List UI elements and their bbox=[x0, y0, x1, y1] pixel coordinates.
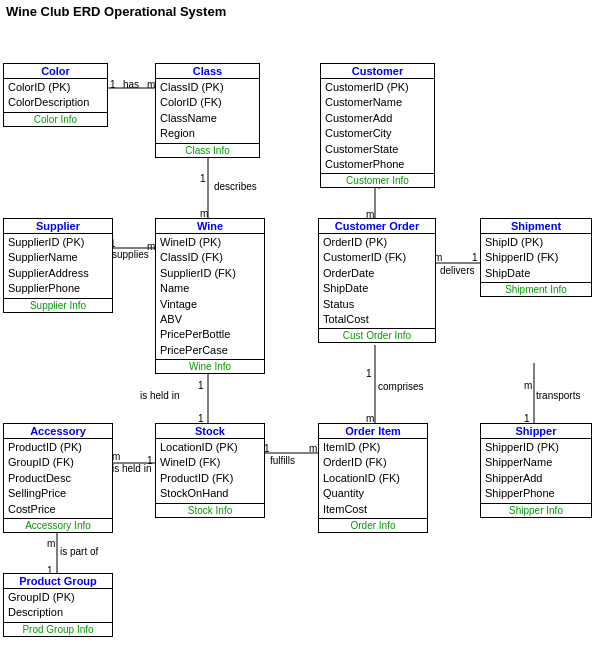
wine-header: Wine bbox=[156, 219, 264, 234]
shipment-body: ShipID (PK) ShipperID (FK) ShipDate bbox=[481, 234, 591, 282]
wine-body: WineID (PK) ClassID (FK) SupplierID (FK)… bbox=[156, 234, 264, 359]
rel-held1-label: is held in bbox=[140, 390, 179, 401]
shipper-field-2: ShipperName bbox=[485, 455, 587, 470]
stock-footer: Stock Info bbox=[156, 503, 264, 517]
product-group-footer: Prod Group Info bbox=[4, 622, 112, 636]
pg-field-1: GroupID (PK) bbox=[8, 590, 108, 605]
class-header: Class bbox=[156, 64, 259, 79]
rel-held2-label: is held in bbox=[112, 463, 151, 474]
customer-order-header: Customer Order bbox=[319, 219, 435, 234]
oi-field-4: Quantity bbox=[323, 486, 423, 501]
wine-field-8: PricePerCase bbox=[160, 343, 260, 358]
customer-field-3: CustomerAdd bbox=[325, 111, 430, 126]
rel-comprises-1: 1 bbox=[366, 368, 372, 379]
customer-field-1: CustomerID (PK) bbox=[325, 80, 430, 95]
stock-header: Stock bbox=[156, 424, 264, 439]
customer-order-entity: Customer Order OrderID (PK) CustomerID (… bbox=[318, 218, 436, 343]
customer-entity: Customer CustomerID (PK) CustomerName Cu… bbox=[320, 63, 435, 188]
supplier-field-1: SupplierID (PK) bbox=[8, 235, 108, 250]
shipper-entity: Shipper ShipperID (PK) ShipperName Shipp… bbox=[480, 423, 592, 518]
rel-describes-1: 1 bbox=[200, 173, 206, 184]
accessory-entity: Accessory ProductID (PK) GroupID (FK) Pr… bbox=[3, 423, 113, 533]
shipper-body: ShipperID (PK) ShipperName ShipperAdd Sh… bbox=[481, 439, 591, 503]
product-group-body: GroupID (PK) Description bbox=[4, 589, 112, 622]
rel-transports-m: m bbox=[524, 380, 532, 391]
color-field-2: ColorDescription bbox=[8, 95, 103, 110]
color-footer: Color Info bbox=[4, 112, 107, 126]
acc-field-4: SellingPrice bbox=[8, 486, 108, 501]
co-field-1: OrderID (PK) bbox=[323, 235, 431, 250]
accessory-footer: Accessory Info bbox=[4, 518, 112, 532]
supplier-field-4: SupplierPhone bbox=[8, 281, 108, 296]
rel-describes-label: describes bbox=[214, 181, 257, 192]
customer-field-5: CustomerState bbox=[325, 142, 430, 157]
co-field-2: CustomerID (FK) bbox=[323, 250, 431, 265]
rel-delivers-1: 1 bbox=[472, 252, 478, 263]
rel-fulfills-label: fulfills bbox=[270, 455, 295, 466]
oi-field-2: OrderID (FK) bbox=[323, 455, 423, 470]
stock-field-1: LocationID (PK) bbox=[160, 440, 260, 455]
rel-fulfills-m: m bbox=[309, 443, 317, 454]
acc-field-5: CostPrice bbox=[8, 502, 108, 517]
product-group-entity: Product Group GroupID (PK) Description P… bbox=[3, 573, 113, 637]
shipper-header: Shipper bbox=[481, 424, 591, 439]
rel-comprises-label: comprises bbox=[378, 381, 424, 392]
color-entity: Color ColorID (PK) ColorDescription Colo… bbox=[3, 63, 108, 127]
acc-field-2: GroupID (FK) bbox=[8, 455, 108, 470]
order-item-body: ItemID (PK) OrderID (FK) LocationID (FK)… bbox=[319, 439, 427, 518]
shipper-field-3: ShipperAdd bbox=[485, 471, 587, 486]
pg-field-2: Description bbox=[8, 605, 108, 620]
class-field-2: ColorID (FK) bbox=[160, 95, 255, 110]
rel-has-label: has bbox=[123, 79, 139, 90]
rel-held1-1: 1 bbox=[198, 380, 204, 391]
customer-field-2: CustomerName bbox=[325, 95, 430, 110]
shipment-field-2: ShipperID (FK) bbox=[485, 250, 587, 265]
co-field-5: Status bbox=[323, 297, 431, 312]
class-entity: Class ClassID (PK) ColorID (FK) ClassNam… bbox=[155, 63, 260, 158]
rel-partof-m: m bbox=[47, 538, 55, 549]
order-item-entity: Order Item ItemID (PK) OrderID (FK) Loca… bbox=[318, 423, 428, 533]
class-footer: Class Info bbox=[156, 143, 259, 157]
shipper-field-4: ShipperPhone bbox=[485, 486, 587, 501]
order-item-header: Order Item bbox=[319, 424, 427, 439]
supplier-field-2: SupplierName bbox=[8, 250, 108, 265]
stock-field-2: WineID (FK) bbox=[160, 455, 260, 470]
customer-body: CustomerID (PK) CustomerName CustomerAdd… bbox=[321, 79, 434, 173]
customer-order-footer: Cust Order Info bbox=[319, 328, 435, 342]
wine-field-7: PricePerBottle bbox=[160, 327, 260, 342]
accessory-header: Accessory bbox=[4, 424, 112, 439]
wine-footer: Wine Info bbox=[156, 359, 264, 373]
shipper-field-1: ShipperID (PK) bbox=[485, 440, 587, 455]
class-field-3: ClassName bbox=[160, 111, 255, 126]
diagram-area: 1 has m 1 describes m 1 supplies m 1 pla… bbox=[0, 23, 598, 663]
rel-partof-label: is part of bbox=[60, 546, 98, 557]
class-field-4: Region bbox=[160, 126, 255, 141]
shipment-field-1: ShipID (PK) bbox=[485, 235, 587, 250]
acc-field-3: ProductDesc bbox=[8, 471, 108, 486]
shipment-entity: Shipment ShipID (PK) ShipperID (FK) Ship… bbox=[480, 218, 592, 297]
rel-supplies-label: supplies bbox=[112, 249, 149, 260]
acc-field-1: ProductID (PK) bbox=[8, 440, 108, 455]
customer-footer: Customer Info bbox=[321, 173, 434, 187]
color-body: ColorID (PK) ColorDescription bbox=[4, 79, 107, 112]
customer-order-body: OrderID (PK) CustomerID (FK) OrderDate S… bbox=[319, 234, 435, 328]
oi-field-3: LocationID (FK) bbox=[323, 471, 423, 486]
supplier-field-3: SupplierAddress bbox=[8, 266, 108, 281]
customer-field-6: CustomerPhone bbox=[325, 157, 430, 172]
rel-held2-1: 1 bbox=[147, 455, 153, 466]
class-body: ClassID (PK) ColorID (FK) ClassName Regi… bbox=[156, 79, 259, 143]
color-header: Color bbox=[4, 64, 107, 79]
page-title: Wine Club ERD Operational System bbox=[0, 0, 598, 23]
accessory-body: ProductID (PK) GroupID (FK) ProductDesc … bbox=[4, 439, 112, 518]
wine-field-6: ABV bbox=[160, 312, 260, 327]
shipment-footer: Shipment Info bbox=[481, 282, 591, 296]
wine-field-3: SupplierID (FK) bbox=[160, 266, 260, 281]
co-field-4: ShipDate bbox=[323, 281, 431, 296]
shipper-footer: Shipper Info bbox=[481, 503, 591, 517]
rel-transports-label: transports bbox=[536, 390, 580, 401]
color-field-1: ColorID (PK) bbox=[8, 80, 103, 95]
supplier-header: Supplier bbox=[4, 219, 112, 234]
stock-field-3: ProductID (FK) bbox=[160, 471, 260, 486]
product-group-header: Product Group bbox=[4, 574, 112, 589]
order-item-footer: Order Info bbox=[319, 518, 427, 532]
